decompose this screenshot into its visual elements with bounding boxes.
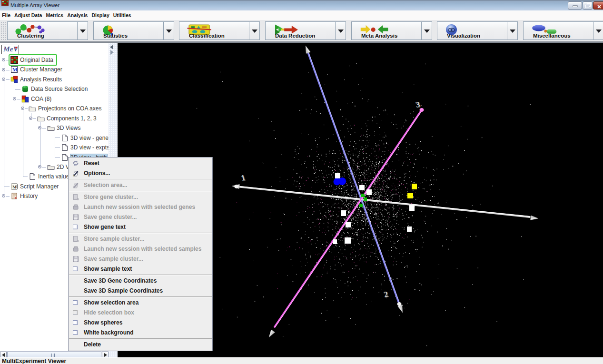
- menu-item-reset[interactable]: Reset: [69, 158, 212, 168]
- toolbar-dropdown-miscellaneous[interactable]: [593, 21, 603, 40]
- tree-connector: [6, 196, 10, 197]
- scrollbar-thumb[interactable]: [7, 352, 101, 357]
- tree-connector: [23, 103, 23, 177]
- tree-expand-handle[interactable]: [29, 117, 32, 120]
- tree-connector: [55, 138, 60, 138]
- menu-adjust-data[interactable]: Adjust Data: [14, 10, 42, 20]
- menu-item-launch-new-session-with-selected-samples: Launch new session with selected samples: [69, 244, 212, 254]
- tree-expand-handle[interactable]: [21, 107, 24, 110]
- collapse-right-icon: [110, 50, 114, 55]
- history-icon: [10, 192, 18, 200]
- save-icon: [72, 213, 79, 221]
- toolbar-button-data-reduction[interactable]: Data Reduction: [265, 21, 336, 40]
- tree-expand-handle[interactable]: [2, 78, 5, 81]
- checkbox-icon: [73, 225, 78, 229]
- menu-item-save-sample-cluster: Save sample cluster...: [69, 254, 212, 264]
- folder-icon: [37, 115, 45, 122]
- restore-button[interactable]: [583, 1, 593, 10]
- tree-row-original-data[interactable]: Original Data: [9, 54, 57, 66]
- menu-item-save-3d-sample-coordinates[interactable]: Save 3D Sample Coordinates: [69, 286, 212, 296]
- toolbar-dropdown-data-reduction[interactable]: [336, 21, 346, 40]
- tree-connector: [33, 118, 36, 119]
- tree-expand-handle[interactable]: [38, 165, 41, 168]
- checkbox-icon: [73, 300, 78, 305]
- menu-utilities[interactable]: Utilities: [113, 10, 131, 20]
- toolbar-dropdown-clustering[interactable]: [78, 21, 88, 40]
- toolbar-button-statistics[interactable]: Statistics: [93, 21, 164, 40]
- toolbar-drag-handle[interactable]: [0, 21, 6, 40]
- document-icon: [61, 144, 69, 151]
- reset-icon: [72, 159, 79, 167]
- checkbox-icon: [73, 310, 78, 315]
- toolbar-dropdown-visualization[interactable]: [507, 21, 518, 40]
- menu-file[interactable]: File: [2, 10, 10, 20]
- scroll-left-button[interactable]: [0, 352, 7, 357]
- store-icon: [72, 193, 79, 201]
- toolbar-label-clustering: Clustering: [17, 33, 44, 39]
- toolbar-dropdown-statistics[interactable]: [164, 21, 174, 40]
- document-icon: [29, 173, 36, 180]
- toolbar-button-miscellaneous[interactable]: Miscellaneous: [523, 21, 593, 40]
- toolbar-label-miscellaneous: Miscellaneous: [533, 33, 571, 39]
- launch-icon: [72, 203, 79, 211]
- title-bar[interactable]: Multiple Array Viewer ✕: [0, 0, 603, 10]
- menu-separator: [69, 191, 212, 192]
- tree-connector: [55, 157, 60, 157]
- database-icon: [21, 85, 29, 93]
- menu-bar: FileAdjust DataMetricsAnalysisDisplayUti…: [0, 10, 603, 20]
- tree-expand-handle[interactable]: [13, 97, 16, 100]
- menu-item-save-gene-cluster: Save gene cluster...: [69, 212, 212, 222]
- tree-hscrollbar[interactable]: [0, 351, 109, 357]
- menu-item-show-gene-text[interactable]: Show gene text: [69, 222, 212, 232]
- pen-icon: [72, 169, 79, 177]
- window-title: Multiple Array Viewer: [10, 2, 59, 8]
- chevron-down-icon: [80, 30, 86, 33]
- minimize-button[interactable]: [568, 1, 582, 10]
- svg-text:M: M: [12, 67, 18, 72]
- menu-item-save-3d-gene-coordinates[interactable]: Save 3D Gene Coordinates: [69, 276, 212, 286]
- app-icon: [1, 0, 9, 6]
- toolbar-button-clustering[interactable]: Clustering: [7, 21, 78, 40]
- save-icon: [72, 255, 79, 263]
- toolbar-dropdown-meta-analysis[interactable]: [422, 21, 432, 40]
- scroll-left-icon: [2, 353, 5, 357]
- menu-item-white-background[interactable]: White background: [69, 328, 212, 338]
- menu-item-options[interactable]: Options...: [69, 168, 212, 178]
- menu-separator: [69, 275, 212, 275]
- menu-item-delete[interactable]: Delete: [69, 340, 212, 350]
- status-bar: MultiExperiment Viewer: [0, 357, 603, 364]
- toolbar-label-statistics: Statistics: [103, 33, 128, 39]
- tree-expand-handle[interactable]: [2, 58, 5, 61]
- close-button[interactable]: ✕: [593, 1, 603, 10]
- menu-metrics[interactable]: Metrics: [46, 10, 63, 20]
- launch-icon: [72, 245, 79, 253]
- chevron-down-icon: [510, 30, 515, 33]
- folder-icon: [29, 105, 36, 112]
- tree-expand-handle[interactable]: [2, 68, 5, 71]
- menu-item-selection-area: Selection area...: [69, 180, 212, 190]
- menu-item-store-gene-cluster: Store gene cluster...: [69, 192, 212, 202]
- menu-display[interactable]: Display: [91, 10, 109, 20]
- chevron-down-icon: [252, 30, 257, 33]
- toolbar-dropdown-classification[interactable]: [249, 21, 260, 40]
- tree-connector: [55, 148, 60, 148]
- folder-icon: [47, 124, 55, 132]
- menu-item-show-spheres[interactable]: Show spheres: [69, 318, 212, 328]
- scroll-right-button[interactable]: [102, 352, 109, 357]
- toolbar-button-classification[interactable]: Classification: [179, 21, 249, 40]
- menu-item-show-selection-area[interactable]: Show selection area: [69, 298, 212, 308]
- close-icon: ✕: [597, 4, 601, 10]
- tree-expand-handle[interactable]: [38, 126, 41, 129]
- toolbar-button-meta-analysis[interactable]: Meta Analysis: [351, 21, 422, 40]
- tree-connector: [42, 128, 46, 128]
- analysis-results-icon: [10, 76, 18, 83]
- tree-connector: [23, 177, 28, 177]
- tree-expand-handle[interactable]: [2, 194, 5, 197]
- tree-connector: [6, 70, 10, 70]
- menu-item-show-sample-text[interactable]: Show sample text: [69, 264, 212, 274]
- checkbox-icon: [73, 330, 78, 335]
- script-icon: M: [10, 183, 18, 190]
- menu-analysis[interactable]: Analysis: [67, 10, 88, 20]
- toolbar-button-visualization[interactable]: Visualization: [437, 21, 507, 40]
- heatmap-icon: [10, 56, 18, 64]
